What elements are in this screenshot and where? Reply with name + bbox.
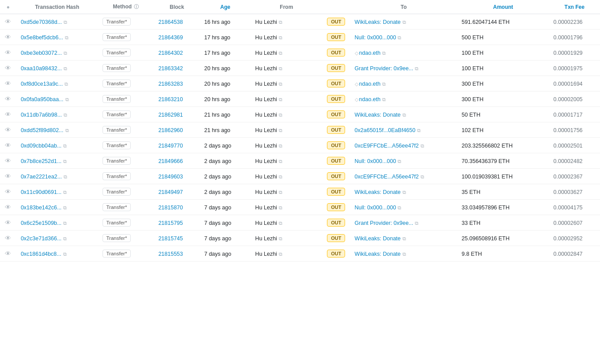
copy-to-icon[interactable]: ⧉ [403, 190, 406, 195]
transaction-hash-link[interactable]: 0x7ae2221ea2... [21, 174, 62, 180]
to-address-link[interactable]: ndao.eth [359, 50, 381, 56]
to-address-link[interactable]: WikiLeaks: Donate [355, 251, 401, 257]
amount-header[interactable]: Amount [457, 0, 549, 14]
transaction-hash-link[interactable]: 0x7b8ce252d1... [21, 158, 61, 164]
to-address-link[interactable]: ndao.eth [359, 96, 381, 102]
to-address-link[interactable]: Null: 0x000...000 [355, 158, 396, 164]
copy-hash-icon[interactable]: ⧉ [64, 112, 67, 118]
copy-to-icon[interactable]: ⧉ [417, 128, 421, 133]
eye-icon[interactable]: 👁 [5, 34, 11, 41]
eye-icon[interactable]: 👁 [5, 157, 11, 164]
copy-to-icon[interactable]: ⧉ [382, 50, 386, 56]
eye-icon[interactable]: 👁 [5, 204, 11, 211]
txn-fee-header[interactable]: Txn Fee [549, 0, 600, 14]
block-link[interactable]: 21815745 [158, 235, 183, 242]
transaction-hash-link[interactable]: 0xf8d0ce13a9c... [21, 81, 63, 87]
eye-icon[interactable]: 👁 [5, 188, 11, 195]
eye-icon[interactable]: 👁 [5, 111, 11, 118]
transaction-hash-link[interactable]: 0xaa10a98432... [21, 65, 62, 72]
transaction-hash-link[interactable]: 0x6c25e1509b... [21, 220, 61, 226]
to-address-link[interactable]: WikiLeaks: Donate [355, 235, 401, 242]
copy-to-icon[interactable]: ⧉ [382, 81, 386, 87]
block-link[interactable]: 21849770 [158, 143, 183, 149]
copy-to-icon[interactable]: ⧉ [398, 159, 401, 164]
copy-from-icon[interactable]: ⧉ [279, 220, 282, 226]
to-address-link[interactable]: 0x2a65015f...0EaBf4650 [355, 127, 416, 133]
copy-hash-icon[interactable]: ⧉ [64, 174, 67, 179]
to-address-link[interactable]: Null: 0x000...000 [355, 34, 396, 41]
eye-icon[interactable]: 👁 [5, 250, 11, 257]
to-address-link[interactable]: WikiLeaks: Donate [355, 19, 401, 25]
block-link[interactable]: 21862981 [158, 112, 183, 118]
copy-from-icon[interactable]: ⧉ [279, 66, 282, 71]
copy-to-icon[interactable]: ⧉ [398, 205, 401, 210]
transaction-hash-link[interactable]: 0xdd52f89d802... [21, 127, 64, 133]
copy-from-icon[interactable]: ⧉ [279, 190, 282, 195]
block-link[interactable]: 21815795 [158, 220, 183, 226]
block-link[interactable]: 21863210 [158, 96, 183, 102]
block-link[interactable]: 21863342 [158, 65, 183, 72]
transaction-hash-link[interactable]: 0x2c3e71d366... [21, 235, 61, 242]
copy-to-icon[interactable]: ⧉ [421, 143, 424, 148]
copy-from-icon[interactable]: ⧉ [279, 143, 282, 148]
copy-hash-icon[interactable]: ⧉ [64, 50, 67, 56]
copy-to-icon[interactable]: ⧉ [415, 220, 418, 226]
copy-from-icon[interactable]: ⧉ [279, 174, 282, 179]
copy-to-icon[interactable]: ⧉ [403, 19, 406, 25]
transaction-hash-link[interactable]: 0xc1861d4bc8... [21, 251, 61, 257]
transaction-hash-link[interactable]: 0x183be142c6... [21, 205, 61, 211]
copy-hash-icon[interactable]: ⧉ [65, 35, 68, 40]
block-link[interactable]: 21863283 [158, 81, 183, 87]
copy-to-icon[interactable]: ⧉ [403, 112, 406, 118]
block-link[interactable]: 21862960 [158, 127, 183, 133]
copy-from-icon[interactable]: ⧉ [279, 159, 282, 164]
transaction-hash-link[interactable]: 0xbe3eb03072... [21, 50, 62, 56]
copy-to-icon[interactable]: ⧉ [403, 236, 406, 241]
eye-icon[interactable]: 👁 [5, 235, 11, 242]
eye-icon[interactable]: 👁 [5, 80, 11, 87]
copy-hash-icon[interactable]: ⧉ [64, 19, 67, 25]
copy-hash-icon[interactable]: ⧉ [63, 159, 67, 164]
to-address-link[interactable]: Grant Provider: 0x9ee... [355, 220, 414, 226]
block-link[interactable]: 21815870 [158, 205, 183, 211]
to-address-link[interactable]: WikiLeaks: Donate [355, 112, 401, 118]
block-link[interactable]: 21864369 [158, 34, 183, 41]
copy-hash-icon[interactable]: ⧉ [63, 143, 67, 148]
copy-hash-icon[interactable]: ⧉ [65, 81, 68, 87]
copy-from-icon[interactable]: ⧉ [279, 128, 282, 133]
method-help-icon[interactable]: ⓘ [134, 4, 139, 9]
transaction-hash-link[interactable]: 0xd09cbb04ab... [21, 143, 61, 149]
copy-from-icon[interactable]: ⧉ [279, 251, 282, 257]
transaction-hash-link[interactable]: 0x11c90d0691... [21, 189, 61, 195]
copy-from-icon[interactable]: ⧉ [279, 35, 282, 40]
copy-to-icon[interactable]: ⧉ [398, 35, 401, 40]
eye-icon[interactable]: 👁 [5, 126, 11, 133]
copy-hash-icon[interactable]: ⧉ [63, 205, 67, 210]
transaction-hash-link[interactable]: 0x11db7a6b98... [21, 112, 62, 118]
copy-hash-icon[interactable]: ⧉ [63, 251, 67, 257]
eye-icon[interactable]: 👁 [5, 64, 11, 72]
copy-to-icon[interactable]: ⧉ [421, 174, 424, 179]
copy-from-icon[interactable]: ⧉ [279, 81, 282, 87]
copy-from-icon[interactable]: ⧉ [279, 112, 282, 118]
eye-icon[interactable]: 👁 [5, 95, 11, 102]
block-link[interactable]: 21815553 [158, 251, 183, 257]
copy-from-icon[interactable]: ⧉ [279, 97, 282, 102]
eye-icon[interactable]: 👁 [5, 173, 11, 180]
copy-from-icon[interactable]: ⧉ [279, 50, 282, 56]
block-link[interactable]: 21849666 [158, 158, 183, 164]
age-header[interactable]: Age [200, 0, 251, 14]
copy-hash-icon[interactable]: ⧉ [65, 128, 69, 133]
transaction-hash-link[interactable]: 0x0fa0a950baa... [21, 96, 64, 102]
transaction-hash-link[interactable]: 0xd5de70368d... [21, 19, 62, 25]
to-address-link[interactable]: 0xcE9FFCbE...A56ee47f2 [355, 174, 419, 180]
copy-hash-icon[interactable]: ⧉ [64, 66, 67, 71]
to-address-link[interactable]: 0xcE9FFCbE...A56ee47f2 [355, 143, 419, 149]
block-link[interactable]: 21849497 [158, 189, 183, 195]
copy-hash-icon[interactable]: ⧉ [63, 190, 67, 195]
to-address-link[interactable]: ndao.eth [359, 81, 381, 87]
copy-from-icon[interactable]: ⧉ [279, 19, 282, 25]
copy-to-icon[interactable]: ⧉ [403, 251, 406, 257]
to-address-link[interactable]: Null: 0x000...000 [355, 205, 396, 211]
eye-icon[interactable]: 👁 [5, 142, 11, 149]
